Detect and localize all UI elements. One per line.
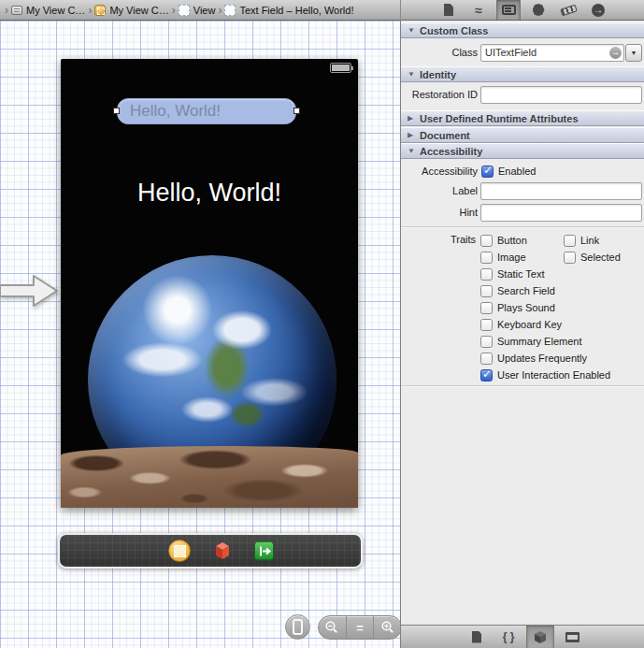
breadcrumb-item-view[interactable]: View (179, 5, 216, 16)
tab-file-inspector[interactable] (436, 0, 461, 20)
trait-row-updates-frequently: Updates Frequently (480, 350, 610, 367)
section-custom-class[interactable]: ▼ Custom Class (401, 22, 644, 38)
tab-quick-help-inspector[interactable]: ≈ (466, 0, 491, 20)
restoration-id-field[interactable] (480, 86, 642, 104)
view-icon (179, 5, 190, 16)
dock-exit-icon[interactable] (254, 541, 274, 561)
initial-view-controller-arrow-icon[interactable] (0, 272, 60, 310)
accessibility-label-field[interactable] (480, 182, 642, 200)
placeholder-object-icon (94, 5, 106, 16)
attributes-badge-icon (533, 4, 545, 16)
trait-label: Keyboard Key (497, 319, 562, 330)
class-value: UITextField (485, 47, 537, 58)
enabled-text: Enabled (498, 166, 536, 177)
actual-size-label: = (356, 621, 364, 635)
zoom-out-button[interactable] (319, 616, 346, 639)
dock-view-object-icon[interactable] (168, 540, 191, 562)
trait-summary-element-checkbox[interactable] (480, 336, 493, 348)
jump-bar: › My View C… › My View C… › View › Text … (0, 0, 644, 21)
section-title: Identity (420, 69, 456, 80)
trait-selected-checkbox[interactable] (564, 252, 576, 264)
trait-link-checkbox[interactable] (564, 235, 576, 247)
breadcrumb-item-view-controller[interactable]: My View C… (11, 5, 85, 16)
inspector-tab-strip: ≈ → (400, 0, 644, 21)
moon-surface-image (61, 446, 358, 508)
trait-row-plays-sound: Plays Sound (480, 299, 610, 316)
library-objects-button[interactable] (526, 626, 554, 648)
trait-keyboard-key-checkbox[interactable] (480, 319, 493, 331)
trait-button-checkbox[interactable] (480, 235, 493, 247)
disclosure-closed-icon: ▶ (408, 114, 415, 122)
accessibility-hint-label: Hint (401, 207, 478, 218)
library-media-button[interactable] (558, 626, 586, 648)
text-field-icon (224, 5, 236, 16)
trait-label: Selected (580, 252, 621, 263)
storyboard-canvas[interactable]: Hello, World! Hello, World! (0, 21, 400, 648)
xcode-interface-builder: › My View C… › My View C… › View › Text … (0, 0, 644, 648)
magnifier-plus-icon (380, 620, 395, 635)
trait-static-text-checkbox[interactable] (480, 268, 493, 281)
tab-attributes-inspector[interactable] (526, 0, 551, 20)
identity-inspector-panel: ▼ Custom Class Class UITextField → ▼ ▼ I… (400, 21, 644, 625)
trait-label: Static Text (497, 268, 545, 280)
trait-row-search-field: Search Field (480, 282, 610, 299)
selection-handle-left[interactable] (113, 108, 120, 114)
section-identity[interactable]: ▼ Identity (401, 66, 644, 82)
quick-help-icon: ≈ (475, 4, 482, 17)
connections-arrow-icon: → (592, 4, 605, 17)
trait-label: Search Field (497, 285, 555, 296)
section-document[interactable]: ▶ Document (401, 127, 644, 143)
trait-updates-frequently-checkbox[interactable] (480, 353, 493, 365)
selection-handle-right[interactable] (293, 108, 300, 114)
breadcrumb-item-text-field[interactable]: Text Field – Hello, World! (224, 5, 353, 16)
dock-first-responder-cube-icon[interactable] (212, 540, 233, 561)
accessibility-label-label: Label (401, 185, 478, 196)
device-orientation-button[interactable] (285, 614, 310, 640)
magnifier-minus-icon (324, 620, 339, 635)
text-field-text: Hello, World! (130, 102, 221, 121)
accessibility-enabled-checkbox[interactable] (481, 166, 494, 178)
identity-card-icon (502, 5, 516, 15)
class-dropdown-button[interactable]: ▼ (625, 44, 642, 62)
trait-user-interaction-checkbox[interactable] (480, 369, 493, 382)
section-title: Accessibility (420, 146, 482, 157)
scene-dock (58, 533, 363, 569)
section-accessibility[interactable]: ▼ Accessibility (401, 143, 644, 159)
tab-connections-inspector[interactable]: → (586, 0, 610, 20)
divider (401, 385, 644, 386)
trait-label: Button (497, 235, 527, 246)
jump-to-class-icon[interactable]: → (609, 47, 622, 59)
trait-row-keyboard-key: Keyboard Key (480, 316, 610, 333)
trait-row-selected: Selected (564, 249, 621, 266)
breadcrumb-label: My View C… (26, 5, 85, 16)
class-combo-field[interactable]: UITextField → (480, 44, 624, 62)
trait-label: Image (497, 252, 526, 263)
breadcrumb-label: My View C… (109, 5, 168, 16)
zoom-actual-size-button[interactable]: = (346, 616, 374, 639)
trait-search-field-checkbox[interactable] (480, 285, 493, 297)
library-bar: { } (400, 625, 644, 648)
traits-caption: Traits (401, 234, 476, 245)
library-file-templates-button[interactable] (463, 626, 491, 648)
accessibility-hint-field[interactable] (480, 204, 642, 222)
battery-icon (330, 63, 351, 73)
hello-world-label[interactable]: Hello, World! (61, 179, 358, 208)
tab-size-inspector[interactable] (556, 0, 580, 20)
library-code-snippets-button[interactable]: { } (494, 626, 522, 648)
accessibility-enabled-row: Enabled (481, 164, 536, 179)
trait-image-checkbox[interactable] (480, 252, 493, 264)
tab-identity-inspector[interactable] (496, 0, 521, 20)
zoom-in-button[interactable] (373, 616, 401, 639)
text-field-hello-world[interactable]: Hello, World! (117, 98, 296, 124)
section-runtime-attributes[interactable]: ▶ User Defined Runtime Attributes (401, 110, 644, 126)
trait-label: Summary Element (497, 336, 581, 347)
iphone-view[interactable]: Hello, World! Hello, World! (61, 59, 358, 508)
trait-label: Link (580, 235, 599, 246)
section-title: User Defined Runtime Attributes (420, 113, 579, 124)
disclosure-closed-icon: ▶ (408, 131, 415, 139)
chevron-right-icon: › (215, 4, 224, 17)
breadcrumb-item-view-controller-2[interactable]: My View C… (94, 5, 168, 16)
divider (401, 226, 644, 227)
trait-plays-sound-checkbox[interactable] (480, 302, 493, 314)
accessibility-enabled-label: Accessibility (401, 166, 478, 177)
